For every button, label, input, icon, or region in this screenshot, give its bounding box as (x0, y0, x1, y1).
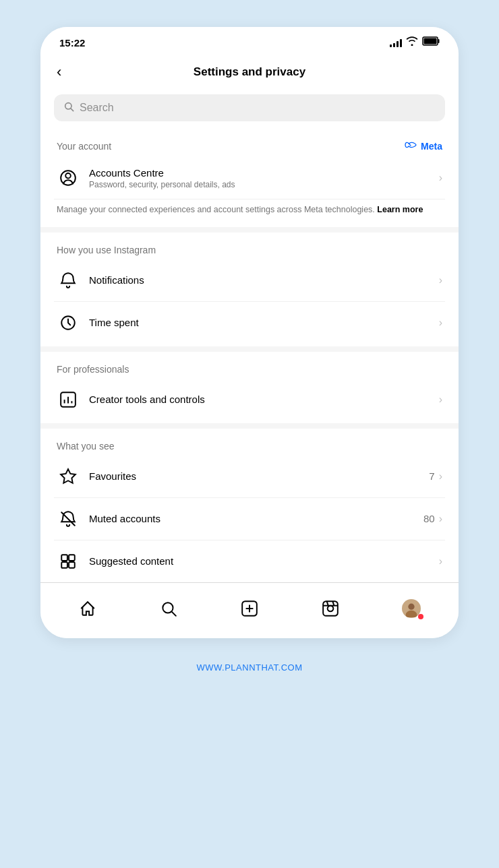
divider-3 (40, 423, 459, 429)
nav-profile[interactable] (395, 592, 428, 625)
menu-item-creator-tools[interactable]: Creator tools and controls › (54, 379, 445, 421)
page-header: ‹ Settings and privacy (40, 55, 459, 89)
svg-point-29 (408, 603, 414, 609)
time-spent-right: › (439, 317, 442, 329)
section-title-your-account: Your account Meta (54, 132, 445, 157)
muted-accounts-label: Muted accounts (89, 513, 423, 524)
suggested-content-right: › (439, 555, 442, 567)
nav-reels[interactable] (314, 592, 347, 625)
svg-rect-14 (61, 555, 67, 561)
nav-home[interactable] (71, 592, 104, 625)
suggested-content-label: Suggested content (89, 555, 439, 567)
section-title-how-you-use: How you use Instagram (54, 238, 445, 259)
svg-rect-1 (438, 39, 440, 43)
nav-search[interactable] (152, 592, 185, 625)
chevron-icon: › (439, 513, 442, 525)
bell-icon (57, 269, 80, 292)
wifi-icon (406, 36, 418, 49)
learn-more-link[interactable]: Learn more (377, 205, 423, 214)
svg-point-6 (65, 173, 71, 179)
nav-add[interactable] (233, 592, 266, 625)
svg-point-24 (328, 605, 334, 611)
section-for-professionals: For professionals Creator tools and cont… (40, 357, 459, 421)
accounts-centre-label: Accounts Centre (89, 167, 439, 179)
footer-text: WWW.PLANNTHAT.COM (196, 662, 302, 673)
svg-line-19 (172, 612, 176, 616)
accounts-centre-content: Accounts Centre Password, security, pers… (89, 167, 439, 189)
creator-tools-content: Creator tools and controls (89, 394, 439, 405)
menu-item-time-spent[interactable]: Time spent › (54, 302, 445, 344)
divider-1 (40, 227, 459, 232)
signal-icon (390, 38, 402, 47)
search-bar[interactable]: Search (54, 94, 445, 121)
svg-rect-15 (69, 555, 75, 561)
chevron-icon: › (439, 274, 442, 286)
suggested-content-content: Suggested content (89, 555, 439, 567)
favourites-label: Favourites (89, 470, 429, 482)
notifications-right: › (439, 274, 442, 286)
meta-logo: Meta (403, 139, 442, 153)
star-icon (57, 465, 80, 488)
suggested-content-icon (57, 550, 80, 573)
chevron-icon: › (439, 317, 442, 329)
menu-item-notifications[interactable]: Notifications › (54, 259, 445, 302)
time-spent-content: Time spent (89, 317, 439, 328)
svg-rect-23 (323, 601, 338, 616)
chart-bar-icon (57, 388, 80, 411)
menu-item-accounts-centre[interactable]: Accounts Centre Password, security, pers… (54, 157, 445, 199)
accounts-description: Manage your connected experiences and ac… (54, 199, 445, 224)
search-icon (63, 101, 74, 115)
person-circle-icon (57, 166, 80, 189)
muted-accounts-content: Muted accounts (89, 513, 423, 524)
creator-tools-right: › (439, 394, 442, 406)
section-how-you-use: How you use Instagram Notifications › (40, 238, 459, 344)
section-what-you-see: What you see Favourites 7 › (40, 434, 459, 582)
footer: WWW.PLANNTHAT.COM (196, 652, 302, 686)
status-time: 15:22 (59, 37, 85, 49)
clock-icon (57, 311, 80, 334)
muted-accounts-right: 80 › (423, 513, 442, 525)
search-placeholder-text: Search (80, 102, 114, 114)
chevron-icon: › (439, 555, 442, 567)
menu-item-favourites[interactable]: Favourites 7 › (54, 456, 445, 498)
time-spent-label: Time spent (89, 317, 439, 328)
section-title-what-you-see: What you see (54, 434, 445, 456)
notifications-content: Notifications (89, 274, 439, 286)
battery-icon (422, 36, 440, 49)
muted-accounts-count: 80 (423, 513, 435, 524)
favourites-content: Favourites (89, 470, 429, 482)
accounts-centre-right: › (439, 172, 442, 184)
back-button[interactable]: ‹ (57, 63, 61, 81)
status-icons (390, 36, 440, 49)
phone-frame: 15:22 (40, 27, 459, 638)
svg-rect-17 (69, 562, 75, 568)
favourites-right: 7 › (429, 470, 442, 483)
section-your-account: Your account Meta Acco (40, 132, 459, 224)
page-title: Settings and privacy (40, 65, 459, 79)
notification-dot (418, 614, 423, 619)
creator-tools-label: Creator tools and controls (89, 394, 439, 405)
chevron-icon: › (439, 394, 442, 406)
divider-2 (40, 346, 459, 352)
bell-slash-icon (57, 507, 80, 530)
svg-marker-12 (61, 469, 76, 483)
status-bar: 15:22 (40, 27, 459, 55)
menu-item-muted-accounts[interactable]: Muted accounts 80 › (54, 498, 445, 540)
menu-item-suggested-content[interactable]: Suggested content › (54, 540, 445, 582)
svg-rect-2 (424, 38, 437, 44)
favourites-count: 7 (429, 470, 434, 482)
section-title-for-professionals: For professionals (54, 357, 445, 379)
accounts-centre-sublabel: Password, security, personal details, ad… (89, 180, 439, 189)
chevron-icon: › (439, 172, 442, 184)
svg-line-4 (71, 108, 74, 111)
notifications-label: Notifications (89, 274, 439, 286)
svg-rect-16 (61, 562, 67, 568)
bottom-nav (40, 582, 459, 638)
chevron-icon: › (439, 470, 442, 483)
